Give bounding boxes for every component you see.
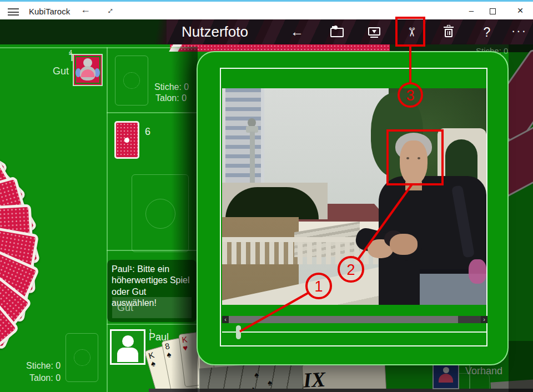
trick-placeholder: [115, 56, 148, 105]
dim-overlay-right: [509, 44, 533, 392]
titlebar-back-button[interactable]: ←: [81, 4, 90, 16]
back-icon[interactable]: ←: [289, 24, 305, 41]
scissors-icon[interactable]: ✂: [403, 24, 420, 41]
close-button[interactable]: ×: [514, 4, 526, 17]
talon-card-back[interactable]: [114, 121, 139, 159]
tarobot-avatar: [73, 54, 103, 86]
dialog-shadow: [171, 47, 198, 392]
tarobot-bid-status: Gut: [53, 66, 69, 77]
panel-divider-top: [0, 47, 198, 48]
player-avatar: [110, 329, 145, 365]
photo-statue-column: [250, 132, 255, 187]
hamburger-menu-icon[interactable]: [8, 8, 19, 16]
scroll-right-arrow[interactable]: ›: [481, 316, 487, 323]
nutzerfoto-dialog: ‹ ›: [197, 51, 509, 365]
zoom-slider-thumb[interactable]: [236, 325, 241, 339]
help-icon[interactable]: ?: [479, 24, 495, 41]
window-title: KubiTarock: [29, 6, 70, 17]
minimize-button[interactable]: –: [465, 5, 477, 17]
zoom-slider-track[interactable]: [222, 331, 487, 333]
maximize-button[interactable]: [490, 8, 496, 14]
camera-icon[interactable]: [329, 24, 345, 41]
panel-divider-vertical: [107, 47, 108, 392]
app-command-bar: Nutzerfoto ← ✂ ? ···: [0, 19, 533, 44]
stiche-count-left: Stiche: 0: [26, 361, 61, 371]
page-title: Nutzerfoto: [182, 23, 248, 41]
window-titlebar: KubiTarock ← ↔ – ×: [0, 0, 533, 19]
user-photo[interactable]: [222, 88, 486, 305]
photo-man-face: [400, 140, 428, 185]
scroll-left-arrow[interactable]: ‹: [222, 316, 229, 323]
titlebar-resize-icon[interactable]: ↔: [103, 3, 116, 17]
photo-flowers: [469, 259, 486, 284]
trash-icon[interactable]: [440, 24, 457, 41]
talon-count-left: Talon: 0: [29, 373, 61, 383]
talon-card-count: 6: [145, 126, 150, 138]
appbar-background-left: [0, 19, 175, 44]
app-window: KubiTarock ← ↔ – × Nutzerfoto ← ✂ ? ···: [0, 0, 533, 392]
more-icon[interactable]: ···: [511, 24, 527, 41]
scrollbar-thumb[interactable]: [229, 316, 458, 323]
photo-horizontal-scrollbar[interactable]: ‹ ›: [222, 316, 487, 323]
trick-placeholder-left: [66, 333, 98, 382]
screen-capture-icon[interactable]: [366, 24, 383, 41]
